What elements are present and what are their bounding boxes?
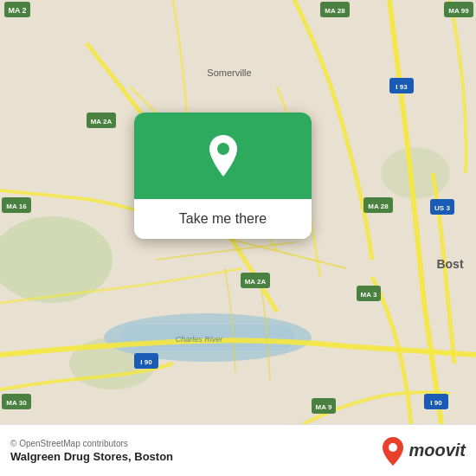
location-card: Take me there [134,113,312,239]
svg-text:MA 9: MA 9 [316,403,332,411]
bottom-bar: © OpenStreetMap contributors Walgreen Dr… [0,424,476,476]
svg-text:Somerville: Somerville [207,68,251,78]
take-me-there-button[interactable]: Take me there [134,199,312,239]
svg-text:US 3: US 3 [434,204,450,212]
moovit-pin-icon [381,436,405,466]
map-container: MA 2 MA 2A MA 2A MA 16 MA 28 MA 28 MA 30… [0,0,476,424]
svg-text:MA 16: MA 16 [6,203,27,210]
svg-text:MA 28: MA 28 [325,7,345,15]
svg-text:MA 2A: MA 2A [245,278,267,286]
svg-text:Charles River: Charles River [176,335,224,344]
location-pin-icon [204,133,242,178]
store-name: Walgreen Drug Stores, Boston [10,450,173,463]
svg-point-3 [381,147,450,199]
bottom-left-info: © OpenStreetMap contributors Walgreen Dr… [10,439,173,463]
svg-text:MA 99: MA 99 [448,7,469,15]
svg-point-38 [389,443,397,452]
svg-text:MA 2A: MA 2A [91,118,113,125]
moovit-logo: moovit [381,436,466,466]
svg-text:Bost: Bost [436,257,463,271]
attribution-text: © OpenStreetMap contributors [10,439,173,448]
svg-text:MA 2: MA 2 [8,6,26,15]
svg-point-37 [217,143,229,155]
svg-text:MA 28: MA 28 [368,203,389,210]
svg-text:MA 3: MA 3 [361,291,377,299]
svg-text:I 90: I 90 [430,399,442,407]
svg-text:I 90: I 90 [140,358,152,366]
card-green-area [134,113,312,199]
svg-text:I 93: I 93 [396,83,408,91]
moovit-text: moovit [408,441,466,460]
svg-text:MA 30: MA 30 [6,399,27,407]
